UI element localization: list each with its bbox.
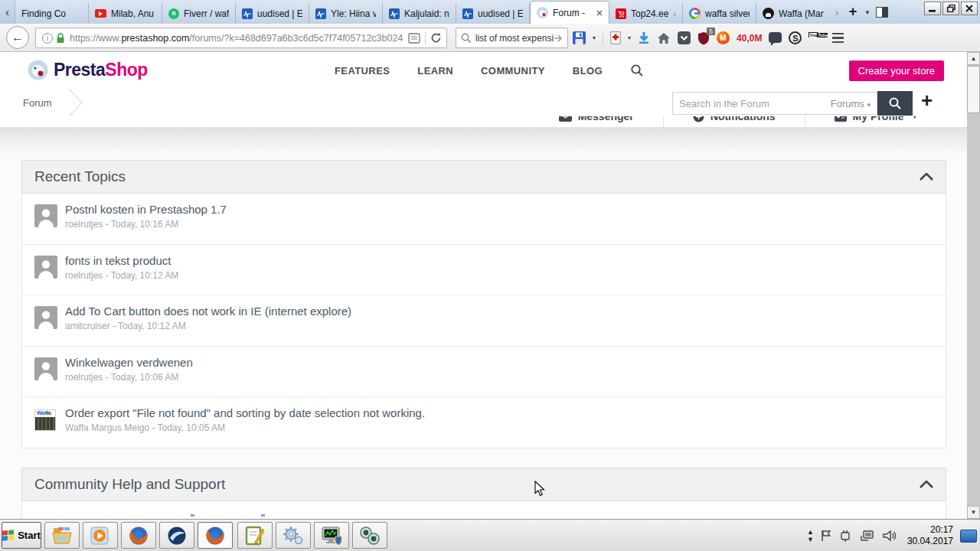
taskbar-firefox-active-button[interactable] <box>198 522 233 549</box>
topic-title[interactable]: Order export "File not found" and sortin… <box>65 406 425 419</box>
new-tab-button[interactable]: + <box>844 2 862 22</box>
forum-search-button[interactable] <box>877 91 913 116</box>
minimize-button[interactable] <box>924 2 941 15</box>
reload-icon[interactable] <box>430 32 442 44</box>
topic-row[interactable]: fonts in tekst product roelrutjes - Toda… <box>22 245 946 296</box>
forum-search-input[interactable] <box>673 98 831 109</box>
s-circle-icon[interactable] <box>789 31 802 44</box>
nav-blog[interactable]: BLOG <box>573 65 603 77</box>
home-icon[interactable] <box>657 32 671 44</box>
sidebar-toggle-icon[interactable] <box>873 2 888 22</box>
scrollbar-thumb[interactable] <box>967 66 980 113</box>
speaker-icon[interactable] <box>882 529 897 543</box>
taskbar-explorer-button[interactable] <box>44 522 80 549</box>
save-page-icon[interactable] <box>573 31 586 44</box>
tab-finding[interactable]: Finding Co <box>15 3 89 24</box>
taskbar-settings-button[interactable] <box>276 522 311 549</box>
close-tab-icon[interactable] <box>596 10 603 16</box>
tab-uudised-2[interactable]: uudised | E <box>456 3 530 24</box>
tab-youtube[interactable]: Milab, Anu <box>89 3 162 24</box>
m-circle-icon[interactable] <box>717 31 730 44</box>
taskbar-lens-button[interactable] <box>352 522 387 549</box>
tab-yle[interactable]: Yle: Hiina v <box>309 3 383 24</box>
topic-title[interactable]: Add To Cart button does not work in IE (… <box>65 305 351 318</box>
clock-time: 20:17 <box>907 524 953 536</box>
youtube-tool-icon[interactable] <box>808 32 825 44</box>
topic-title[interactable]: Winkelwagen verdwenen <box>65 356 193 369</box>
taskbar-seamonkey-button[interactable] <box>159 522 194 549</box>
address-bar[interactable]: https://www.prestashop.com/forums/?k=468… <box>35 28 447 48</box>
taskbar-notepadpp-button[interactable] <box>237 522 273 549</box>
pocket-icon[interactable] <box>678 31 691 44</box>
menu-icon[interactable] <box>832 33 844 44</box>
restore-button[interactable] <box>942 2 959 15</box>
avatar[interactable] <box>34 306 57 329</box>
network-icon[interactable] <box>860 529 875 543</box>
topic-title[interactable]: Postnl kosten in Prestashop 1.7 <box>65 203 227 216</box>
tab-github[interactable]: Waffa (Mar <box>756 3 830 24</box>
avatar[interactable] <box>34 256 57 279</box>
close-button[interactable] <box>961 2 978 15</box>
page-info-icon[interactable] <box>42 33 53 44</box>
topic-row[interactable]: Add To Cart button does not work in IE (… <box>22 295 946 347</box>
tab-top24[interactable]: Top24.ee › <box>609 3 683 24</box>
taskbar-monitor-button[interactable] <box>314 522 349 549</box>
start-button[interactable]: Start <box>2 522 41 549</box>
reader-mode-icon[interactable] <box>408 33 420 44</box>
taskbar-firefox-button[interactable] <box>121 522 156 549</box>
avatar[interactable]: Waffa <box>34 409 56 431</box>
topic-row[interactable]: Waffa Order export "File not found" and … <box>22 397 946 448</box>
topic-row[interactable]: Postnl kosten in Prestashop 1.7 roelrutj… <box>22 194 946 245</box>
my-profile-menu-item[interactable]: My Profile ▾ <box>805 116 946 127</box>
nav-community[interactable]: COMMUNITY <box>481 65 545 77</box>
browser-search[interactable] <box>456 28 568 48</box>
community-section-header[interactable]: Community Help and Support <box>21 468 946 501</box>
bookmark-add-icon[interactable] <box>610 31 621 44</box>
collapse-icon[interactable] <box>920 173 933 181</box>
tab-uudised-1[interactable]: uudised | E <box>236 3 309 24</box>
breadcrumb[interactable]: Forum <box>23 97 52 109</box>
tab-forum-active[interactable]: Forum - <box>530 1 609 24</box>
prestashop-logo[interactable]: PrestaShop <box>28 60 148 80</box>
nav-learn[interactable]: LEARN <box>417 65 453 77</box>
tab-overflow-right-icon[interactable]: › <box>830 2 844 22</box>
scroll-up-icon[interactable]: ▲ <box>967 52 980 65</box>
search-go-icon[interactable] <box>554 34 564 43</box>
avatar[interactable] <box>34 357 57 380</box>
tab-kaljulaid[interactable]: Kaljulaid: n <box>383 3 456 24</box>
create-store-button[interactable]: Create your store <box>849 60 944 81</box>
topic-title[interactable]: fonts in tekst product <box>65 254 171 267</box>
adblock-shield-icon[interactable]: 5 <box>697 31 710 45</box>
scroll-down-icon[interactable]: ▼ <box>967 506 980 519</box>
back-button[interactable]: ← <box>6 26 29 49</box>
lock-icon <box>56 32 65 44</box>
forum-search-scope[interactable]: Forums ▾ <box>831 98 877 109</box>
flag-icon[interactable] <box>820 529 832 543</box>
search-input[interactable] <box>475 33 554 44</box>
avatar[interactable] <box>34 204 57 227</box>
downloads-icon[interactable] <box>638 31 650 44</box>
show-desktop-icon[interactable] <box>960 530 977 543</box>
tab-scroll-left-icon[interactable]: ‹ <box>0 0 15 24</box>
save-dropdown-icon[interactable]: ▾ <box>593 34 596 41</box>
collapse-icon[interactable] <box>920 481 933 488</box>
bookmark-dropdown-icon[interactable]: ▾ <box>628 34 631 41</box>
tab-fiverr[interactable]: Fiverr / waf <box>162 3 236 24</box>
taskbar-mediaplayer-button[interactable] <box>83 522 118 549</box>
messenger-menu-item[interactable]: Messenger <box>530 116 663 127</box>
tray-expand-icon[interactable]: ▲▼ <box>807 528 813 543</box>
tab-list-dropdown-icon[interactable]: ▾ <box>862 2 873 22</box>
tab-google-search[interactable]: waffa silver <box>683 3 756 24</box>
topic-meta: roelrutjes - Today, 10:12 AM <box>65 270 178 281</box>
new-topic-button[interactable]: + <box>921 89 933 112</box>
nav-features[interactable]: FEATURES <box>335 65 390 77</box>
taskbar-clock[interactable]: 20:17 30.04.2017 <box>907 524 953 547</box>
recent-topics-header[interactable]: Recent Topics <box>21 160 946 194</box>
site-search-icon[interactable] <box>630 64 644 77</box>
power-plug-icon[interactable] <box>839 529 853 543</box>
topic-row[interactable]: Winkelwagen verdwenen roelrutjes - Today… <box>22 347 946 398</box>
forum-search[interactable]: Forums ▾ <box>672 92 877 115</box>
notifications-menu-item[interactable]: Notifications <box>663 116 805 127</box>
messenger-tool-icon[interactable] <box>769 32 782 43</box>
page-scrollbar[interactable]: ▲ ▼ <box>967 52 980 519</box>
